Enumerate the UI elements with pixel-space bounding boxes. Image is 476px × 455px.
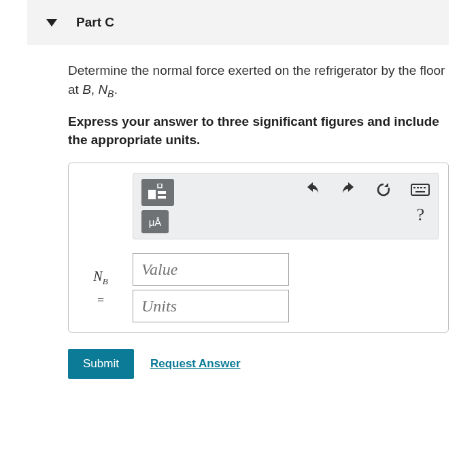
variable-sub: B xyxy=(103,276,108,286)
answer-entry-row: NB = xyxy=(78,253,439,322)
collapse-toggle-icon[interactable] xyxy=(46,19,57,27)
actions-row: Submit Request Answer xyxy=(68,349,449,379)
request-answer-link[interactable]: Request Answer xyxy=(150,357,241,371)
prompt-mid: , xyxy=(91,82,99,97)
part-header: Part C xyxy=(27,0,449,45)
svg-rect-1 xyxy=(158,184,162,188)
equals-sign: = xyxy=(78,291,123,309)
submit-button[interactable]: Submit xyxy=(68,349,134,379)
svg-rect-7 xyxy=(420,187,422,188)
undo-icon[interactable] xyxy=(305,182,321,198)
svg-rect-5 xyxy=(413,187,415,188)
units-input[interactable] xyxy=(133,290,289,322)
svg-rect-3 xyxy=(158,196,166,199)
special-chars-button[interactable]: μÅ xyxy=(141,210,169,233)
prompt-var-n-sub: B xyxy=(107,88,114,99)
svg-rect-8 xyxy=(424,187,426,188)
help-button[interactable]: ? xyxy=(411,205,430,225)
toolbar-right-group xyxy=(305,179,430,198)
prompt-text: Determine the normal force exerted on th… xyxy=(68,63,445,97)
toolbar-left-group: μÅ xyxy=(141,179,174,233)
input-fields xyxy=(133,253,289,322)
svg-rect-9 xyxy=(415,191,425,192)
keyboard-icon[interactable] xyxy=(411,184,430,196)
question-prompt: Determine the normal force exerted on th… xyxy=(68,61,449,101)
svg-rect-4 xyxy=(411,184,429,195)
special-chars-label: μÅ xyxy=(149,216,162,228)
prompt-post: . xyxy=(114,82,118,97)
templates-button[interactable] xyxy=(141,179,174,206)
reset-icon[interactable] xyxy=(375,182,392,198)
svg-rect-0 xyxy=(148,190,156,199)
instruction-text: Express your answer to three significant… xyxy=(68,113,449,149)
formatting-toolbar: μÅ ? xyxy=(133,173,439,239)
variable-main: N xyxy=(93,269,102,284)
svg-rect-2 xyxy=(158,191,166,194)
answer-panel: μÅ ? NB = xyxy=(68,163,449,333)
part-title: Part C xyxy=(76,15,114,30)
fraction-exponent-icon xyxy=(148,184,168,201)
redo-icon[interactable] xyxy=(340,182,356,198)
content-area: Determine the normal force exerted on th… xyxy=(68,61,449,379)
prompt-var-b: B xyxy=(82,82,91,97)
prompt-var-n: N xyxy=(98,82,107,97)
svg-rect-6 xyxy=(417,187,419,188)
value-input[interactable] xyxy=(133,253,289,286)
variable-label: NB = xyxy=(78,266,123,309)
